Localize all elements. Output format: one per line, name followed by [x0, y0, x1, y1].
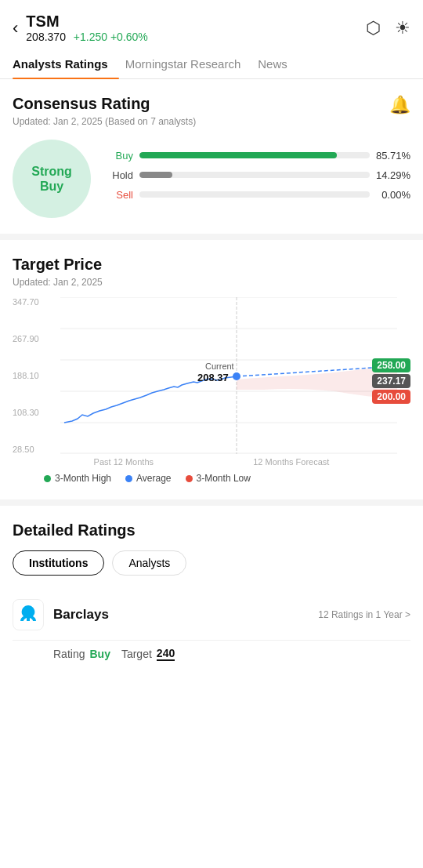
legend-low: 3-Month Low: [186, 473, 251, 484]
hold-pct: 14.29%: [376, 169, 410, 181]
consensus-rating-section: Consensus Rating Updated: Jan 2, 2025 (B…: [0, 79, 423, 240]
target-underline: 240: [157, 647, 175, 661]
buy-fill: [139, 152, 337, 158]
chart-legend: 3-Month High Average 3-Month Low: [13, 467, 410, 484]
legend-dot-red: [186, 475, 193, 482]
target-price-title: Target Price: [13, 256, 410, 274]
ticker-symbol: TSM: [26, 13, 147, 31]
y-label-4: 108.30: [13, 408, 44, 417]
tab-morningstar[interactable]: Morningstar Research: [125, 49, 252, 78]
strong-buy-text: Strong Buy: [31, 164, 72, 194]
hold-fill: [139, 172, 172, 178]
barclays-name: Barclays: [53, 607, 309, 623]
y-label-1: 347.70: [13, 297, 44, 307]
price-tag-avg: 237.17: [372, 374, 410, 388]
buy-label: Buy: [107, 150, 133, 162]
hold-bar-row: Hold 14.29%: [107, 169, 410, 181]
legend-label-avg: Average: [136, 473, 171, 484]
svg-text:208.37: 208.37: [197, 372, 229, 383]
price-tag-low: 200.00: [372, 390, 410, 404]
consensus-title: Consensus Rating: [13, 95, 196, 113]
y-label-3: 188.10: [13, 371, 44, 380]
price-chart-svg: Current 208.37: [47, 297, 410, 454]
price-value: 208.370: [26, 31, 66, 43]
buy-track: [139, 152, 370, 158]
svg-text:Current: Current: [205, 361, 234, 371]
back-button[interactable]: ‹: [13, 18, 18, 38]
target-price-subtitle: Updated: Jan 2, 2025: [13, 277, 410, 288]
legend-high: 3-Month High: [44, 473, 111, 484]
y-label-5: 28.50: [13, 445, 44, 454]
sell-pct: 0.00%: [376, 189, 410, 201]
ratings-bars: Buy 85.71% Hold 14.29% Sell 0.0: [107, 150, 410, 209]
header: ‹ TSM 208.370 +1.250 +0.60% ⬡ ☀: [0, 0, 423, 49]
target-value: 240: [157, 647, 175, 661]
hold-track: [139, 172, 370, 178]
target-price-section: Target Price Updated: Jan 2, 2025 347.70…: [0, 240, 423, 506]
buy-bar-row: Buy 85.71%: [107, 150, 410, 162]
institution-barclays: Barclays 12 Ratings in 1 Year > Rating B…: [13, 590, 410, 664]
buy-pct: 85.71%: [376, 150, 410, 162]
chart-x-labels: Past 12 Months 12 Months Forecast: [13, 454, 410, 467]
brightness-icon[interactable]: ☀: [395, 18, 410, 38]
filter-analysts[interactable]: Analysts: [112, 550, 186, 576]
target-label: Target: [121, 648, 152, 660]
external-link-icon[interactable]: ⬡: [366, 18, 381, 38]
hold-label: Hold: [107, 169, 133, 181]
sell-bar-row: Sell 0.00%: [107, 189, 410, 201]
x-label-forecast: 12 Months Forecast: [253, 457, 329, 467]
institution-row-barclays: Barclays 12 Ratings in 1 Year >: [13, 590, 410, 641]
detailed-ratings-section: Detailed Ratings Institutions Analysts B…: [0, 506, 423, 672]
price-change: +1.250 +0.60%: [74, 31, 148, 43]
detailed-ratings-title: Detailed Ratings: [13, 521, 410, 539]
svg-point-8: [233, 372, 240, 380]
ticker-price: 208.370 +1.250 +0.60%: [26, 31, 147, 43]
consensus-title-block: Consensus Rating Updated: Jan 2, 2025 (B…: [13, 95, 196, 140]
filter-institutions[interactable]: Institutions: [13, 550, 104, 576]
barclays-rating-row: Rating Buy Target 240: [13, 641, 410, 664]
consensus-row: Strong Buy Buy 85.71% Hold 14.29%: [13, 140, 410, 218]
consensus-header: Consensus Rating Updated: Jan 2, 2025 (B…: [13, 95, 410, 140]
tab-news[interactable]: News: [258, 49, 298, 78]
price-tag-high: 258.00: [372, 358, 410, 372]
filter-row: Institutions Analysts: [13, 550, 410, 576]
sell-label: Sell: [107, 189, 133, 201]
sell-track: [139, 191, 370, 198]
header-right: ⬡ ☀: [366, 18, 410, 38]
legend-dot-green: [44, 475, 51, 482]
legend-dot-blue: [125, 475, 132, 482]
rating-label: Rating: [53, 648, 85, 660]
legend-label-high: 3-Month High: [55, 473, 111, 484]
barclays-ratings-link[interactable]: 12 Ratings in 1 Year >: [318, 609, 410, 620]
legend-label-low: 3-Month Low: [197, 473, 251, 484]
header-left: ‹ TSM 208.370 +1.250 +0.60%: [13, 13, 148, 43]
barclays-logo: [13, 599, 44, 630]
barclays-icon: [17, 604, 39, 626]
tab-analysts-ratings[interactable]: Analysts Ratings: [13, 49, 119, 78]
rating-value: Buy: [89, 648, 110, 660]
strong-buy-badge: Strong Buy: [13, 140, 91, 218]
ticker-block: TSM 208.370 +1.250 +0.60%: [26, 13, 147, 43]
tab-bar: Analysts Ratings Morningstar Research Ne…: [0, 49, 423, 79]
x-label-past: Past 12 Months: [94, 457, 154, 467]
consensus-subtitle: Updated: Jan 2, 2025 (Based on 7 analyst…: [13, 116, 196, 127]
legend-avg: Average: [125, 473, 171, 484]
bell-icon[interactable]: 🔔: [389, 95, 410, 115]
y-label-2: 267.90: [13, 334, 44, 343]
